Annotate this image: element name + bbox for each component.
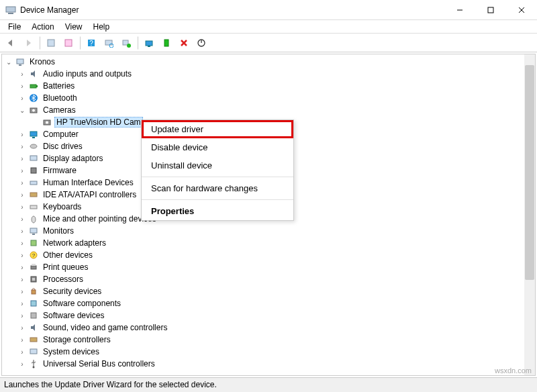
scan-button[interactable] (101, 35, 117, 51)
expand-icon[interactable]: › (18, 70, 26, 78)
status-text: Launches the Update Driver Wizard for th… (4, 380, 217, 389)
svg-rect-6 (48, 40, 54, 46)
tree-label: Processors (41, 274, 85, 285)
tree-root-label: Kronos (28, 56, 57, 67)
expand-icon[interactable]: › (18, 215, 26, 223)
tree-item-monitors[interactable]: ›Monitors (3, 225, 534, 237)
expand-icon[interactable]: › (18, 228, 26, 235)
ctx-uninstall-device[interactable]: Uninstall device (142, 156, 293, 175)
watermark: wsxdn.com (495, 366, 532, 375)
expand-icon[interactable]: › (18, 191, 26, 199)
menubar: File Action View Help (0, 20, 537, 34)
svg-point-24 (32, 109, 35, 112)
tree-item-network[interactable]: ›Network adapters (3, 237, 534, 249)
svg-rect-27 (30, 132, 37, 136)
cpu-icon (28, 274, 39, 285)
expand-icon[interactable]: › (18, 131, 26, 138)
add-legacy-button[interactable] (118, 35, 134, 51)
tree-label-selected: HP TrueVision HD Cam (54, 117, 143, 128)
svg-rect-16 (164, 40, 168, 46)
tree-item-processors[interactable]: ›Processors (3, 273, 534, 285)
expand-icon[interactable]: › (18, 336, 26, 344)
tree-item-bluetooth[interactable]: ›Bluetooth (3, 92, 534, 104)
tree-item-batteries[interactable]: ›Batteries (3, 80, 534, 92)
app-icon (5, 5, 16, 15)
tree-item-storage[interactable]: ›Storage controllers (3, 334, 534, 346)
ctx-update-driver[interactable]: Update driver (142, 120, 293, 138)
tree-item-swdev[interactable]: ›Software devices (3, 309, 534, 322)
expand-icon[interactable]: › (18, 360, 26, 368)
expand-icon[interactable]: › (18, 155, 26, 162)
audio-icon (28, 68, 39, 79)
maximize-button[interactable] (475, 0, 506, 19)
tree-item-system[interactable]: ›System devices (3, 346, 534, 358)
svg-rect-7 (65, 40, 72, 46)
scroll-thumb[interactable] (525, 65, 534, 280)
tree-item-print[interactable]: ›Print queues (3, 261, 534, 273)
expand-icon[interactable]: › (18, 95, 26, 102)
update-driver-button[interactable] (141, 35, 157, 51)
help-button[interactable]: ? (83, 35, 99, 51)
menu-action[interactable]: Action (26, 21, 59, 33)
expand-icon[interactable]: › (18, 348, 26, 356)
expand-icon[interactable]: › (18, 167, 26, 175)
ctx-scan-hardware[interactable]: Scan for hardware changes (142, 179, 293, 197)
properties-button[interactable] (60, 35, 77, 51)
tree-item-usb[interactable]: ›Universal Serial Bus controllers (3, 358, 534, 370)
svg-rect-30 (30, 156, 37, 160)
expand-icon[interactable]: › (18, 143, 26, 150)
svg-rect-49 (30, 349, 37, 354)
expand-icon[interactable]: › (18, 83, 26, 90)
tree-item-sound[interactable]: ›Sound, video and game controllers (3, 322, 534, 334)
tree-label: Software components (41, 298, 123, 309)
close-button[interactable] (506, 0, 537, 19)
tree-label: Display adaptors (41, 153, 105, 164)
vertical-scrollbar[interactable] (524, 54, 535, 375)
minimize-button[interactable] (444, 0, 475, 19)
svg-point-13 (127, 44, 131, 48)
svg-point-35 (32, 216, 36, 223)
uninstall-button[interactable] (158, 35, 175, 51)
svg-rect-42 (32, 264, 36, 266)
refresh-button[interactable] (193, 35, 209, 51)
expand-icon[interactable]: › (18, 252, 26, 259)
ctx-separator (142, 199, 293, 200)
svg-rect-45 (32, 290, 36, 294)
bluetooth-icon (28, 93, 39, 103)
tree-label: Disc drives (41, 141, 85, 152)
expand-icon[interactable]: › (18, 288, 26, 295)
tree-item-swcomp[interactable]: ›Software components (3, 297, 534, 309)
computer-icon (15, 56, 26, 67)
tree-item-cameras[interactable]: ⌄Cameras (3, 104, 534, 116)
expand-icon[interactable]: › (18, 276, 26, 283)
back-button[interactable] (3, 35, 19, 51)
tree-label: Audio inputs and outputs (41, 68, 134, 79)
tree-item-other[interactable]: ›?Other devices (3, 249, 534, 261)
titlebar: Device Manager (0, 0, 537, 20)
tree-item-audio[interactable]: ›Audio inputs and outputs (3, 68, 534, 80)
svg-point-50 (33, 366, 35, 369)
expand-icon[interactable]: › (18, 203, 26, 211)
tree-label: IDE ATA/ATAPI controllers (41, 189, 138, 200)
collapse-icon[interactable]: ⌄ (18, 107, 26, 114)
expand-icon[interactable]: › (18, 324, 26, 332)
ctx-properties[interactable]: Properties (142, 202, 293, 220)
collapse-icon[interactable]: ⌄ (5, 58, 13, 66)
ctx-disable-device[interactable]: Disable device (142, 138, 293, 156)
network-icon (28, 238, 39, 248)
svg-rect-15 (148, 46, 150, 47)
menu-help[interactable]: Help (88, 21, 115, 33)
svg-rect-1 (8, 13, 13, 14)
forward-button[interactable] (20, 35, 36, 51)
menu-file[interactable]: File (3, 21, 26, 33)
expand-icon[interactable]: › (18, 179, 26, 187)
menu-view[interactable]: View (60, 21, 88, 33)
disable-button[interactable] (176, 35, 192, 51)
show-hidden-button[interactable] (43, 35, 59, 51)
tree-item-security[interactable]: ›Security devices (3, 285, 534, 297)
tree-root[interactable]: ⌄ Kronos (3, 56, 534, 68)
expand-icon[interactable]: › (18, 300, 26, 307)
expand-icon[interactable]: › (18, 264, 26, 271)
expand-icon[interactable]: › (18, 312, 26, 320)
expand-icon[interactable]: › (18, 240, 26, 247)
